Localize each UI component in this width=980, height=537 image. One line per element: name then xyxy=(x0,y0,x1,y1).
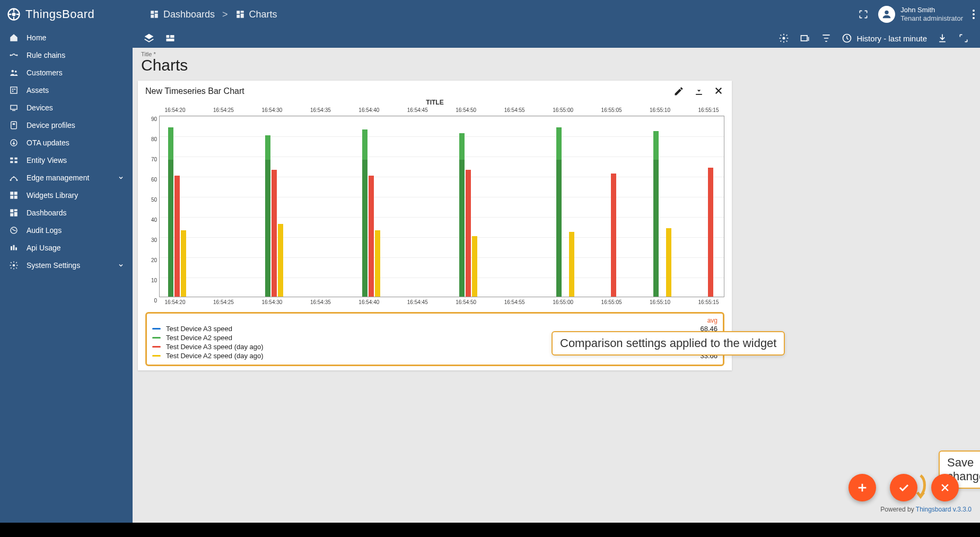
sidebar-item-label: Customers xyxy=(27,68,63,77)
dashboard-icon xyxy=(150,10,159,19)
svg-rect-9 xyxy=(237,15,240,18)
page-title[interactable]: Charts xyxy=(141,56,972,74)
legend-swatch xyxy=(152,355,161,357)
layers-icon[interactable] xyxy=(143,32,155,44)
sidebar-item-label: Assets xyxy=(27,86,49,94)
svg-rect-36 xyxy=(14,195,18,198)
callout-comparison: Comparison settings applied to the widge… xyxy=(552,331,785,356)
dashboard-title-zone: Title * Charts xyxy=(133,48,980,74)
sidebar-item-device-profiles[interactable]: Device profiles xyxy=(0,116,133,134)
app-logo[interactable]: ThingsBoard xyxy=(6,7,134,22)
sidebar-item-label: Rule chains xyxy=(27,51,65,59)
breadcrumb-item-dashboards[interactable]: Dashboards xyxy=(150,9,215,20)
dashboards-icon xyxy=(8,207,19,218)
sidebar-item-system-settings[interactable]: System Settings xyxy=(0,256,133,274)
chart-bar xyxy=(375,230,380,297)
sidebar-item-devices[interactable]: Devices xyxy=(0,99,133,116)
chart-bar xyxy=(174,176,180,297)
svg-rect-38 xyxy=(14,209,18,211)
svg-point-10 xyxy=(885,11,889,14)
chart-bar xyxy=(369,176,374,297)
svg-rect-43 xyxy=(13,245,15,250)
sidebar-item-label: Device profiles xyxy=(27,121,75,129)
sidebar-item-api-usage[interactable]: Api Usage xyxy=(0,239,133,256)
sidebar-item-customers[interactable]: Customers xyxy=(0,64,133,81)
svg-rect-27 xyxy=(15,157,18,159)
edit-icon[interactable] xyxy=(673,86,684,97)
svg-point-12 xyxy=(973,13,975,15)
legend-swatch xyxy=(152,346,161,348)
sidebar-item-widgets-library[interactable]: Widgets Library xyxy=(0,186,133,204)
chart-bar xyxy=(472,236,477,297)
sidebar-item-assets[interactable]: Assets xyxy=(0,81,133,99)
clock-icon xyxy=(842,33,852,44)
sidebar-item-entity-views[interactable]: Entity Views xyxy=(0,151,133,169)
chart-bar xyxy=(181,230,186,297)
sidebar-item-label: OTA updates xyxy=(27,138,69,147)
settings-icon xyxy=(8,260,19,271)
ota-icon xyxy=(8,137,19,148)
app-name: ThingsBoard xyxy=(25,7,94,21)
sidebar-item-label: System Settings xyxy=(27,261,80,270)
svg-point-49 xyxy=(783,37,785,40)
kebab-menu-icon[interactable] xyxy=(973,10,975,19)
layout-icon[interactable] xyxy=(164,32,176,44)
chart-widget[interactable]: New Timeseries Bar Chart TITLE 16:54:201… xyxy=(138,81,732,370)
svg-rect-48 xyxy=(167,39,174,41)
svg-rect-20 xyxy=(14,89,15,90)
add-button[interactable] xyxy=(848,474,876,501)
svg-rect-21 xyxy=(12,90,13,91)
svg-rect-19 xyxy=(12,89,13,90)
fab-row xyxy=(848,474,959,501)
audit-icon xyxy=(8,225,19,236)
save-button[interactable] xyxy=(890,474,917,501)
close-icon[interactable] xyxy=(714,86,724,97)
widgets-icon xyxy=(8,190,19,201)
legend-swatch xyxy=(152,337,161,339)
sidebar-item-label: Devices xyxy=(27,103,53,112)
cancel-button[interactable] xyxy=(931,474,959,501)
assets-icon xyxy=(8,85,19,96)
svg-rect-7 xyxy=(240,11,243,13)
sidebar-item-ota-updates[interactable]: OTA updates xyxy=(0,134,133,151)
sidebar-item-edge-management[interactable]: Edge management xyxy=(0,169,133,186)
sidebar-item-rule-chains[interactable]: Rule chains xyxy=(0,46,133,64)
sidebar-item-home[interactable]: Home xyxy=(0,29,133,46)
download-widget-icon[interactable] xyxy=(694,86,704,97)
svg-rect-44 xyxy=(15,247,17,250)
breadcrumb-item-charts[interactable]: Charts xyxy=(235,9,277,20)
svg-rect-37 xyxy=(10,209,13,212)
svg-rect-39 xyxy=(14,212,18,216)
chart-bar xyxy=(569,232,574,297)
svg-point-30 xyxy=(10,179,12,181)
sidebar-item-label: Audit Logs xyxy=(27,226,62,235)
sidebar-item-audit-logs[interactable]: Audit Logs xyxy=(0,221,133,239)
history-button[interactable]: History - last minute xyxy=(842,33,927,44)
svg-rect-34 xyxy=(14,192,18,195)
sidebar-item-label: Edge management xyxy=(27,174,89,182)
legend-name: Test Device A2 speed (day ago) xyxy=(166,352,264,360)
home-icon xyxy=(8,32,19,43)
sidebar-item-dashboards[interactable]: Dashboards xyxy=(0,204,133,221)
fullscreen-icon[interactable] xyxy=(858,9,869,20)
svg-rect-40 xyxy=(10,213,13,216)
gear-icon[interactable] xyxy=(778,32,790,44)
svg-point-45 xyxy=(13,264,15,266)
svg-rect-18 xyxy=(11,87,17,93)
entity-aliases-icon[interactable] xyxy=(799,32,811,44)
user-profile[interactable]: John Smith Tenant administrator xyxy=(878,6,963,23)
svg-rect-8 xyxy=(240,14,243,18)
svg-rect-42 xyxy=(11,246,12,250)
api-icon xyxy=(8,242,19,253)
svg-rect-33 xyxy=(10,192,13,195)
widget-title: New Timeseries Bar Chart xyxy=(145,86,244,96)
powered-link[interactable]: Thingsboard v.3.3.0 xyxy=(916,506,972,513)
filter-icon[interactable] xyxy=(820,32,832,44)
chart-bar xyxy=(611,174,616,297)
svg-rect-4 xyxy=(155,14,158,18)
download-icon[interactable] xyxy=(937,32,948,44)
svg-rect-23 xyxy=(11,122,17,129)
expand-icon[interactable] xyxy=(958,32,969,44)
svg-rect-2 xyxy=(151,11,154,14)
svg-rect-35 xyxy=(10,195,13,198)
